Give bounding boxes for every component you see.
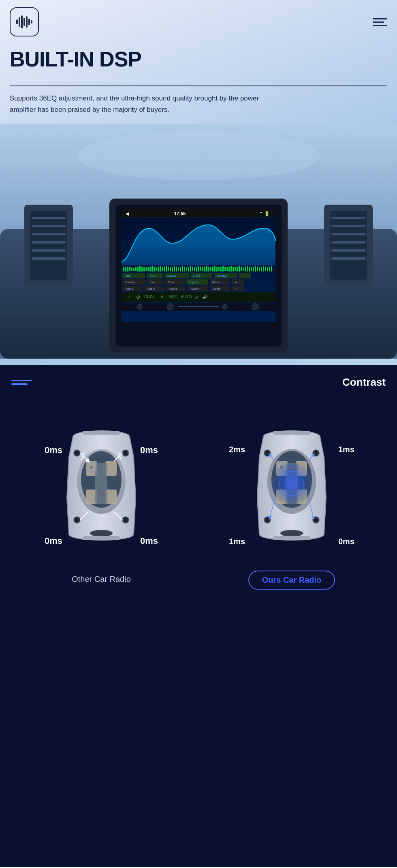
svg-rect-77 — [186, 267, 187, 271]
svg-point-210 — [314, 518, 318, 522]
svg-rect-70 — [172, 267, 173, 272]
svg-text:Reset: Reset — [212, 281, 220, 284]
svg-rect-0 — [16, 19, 18, 24]
svg-rect-111 — [255, 266, 256, 272]
svg-text:🔊: 🔊 — [203, 294, 208, 299]
svg-rect-88 — [208, 267, 209, 272]
svg-point-218 — [280, 530, 303, 537]
svg-rect-52 — [135, 267, 137, 271]
ours-car-wrapper: 2ms 1ms 1ms 0ms — [235, 417, 348, 571]
svg-rect-25 — [331, 257, 365, 260]
svg-point-169 — [222, 304, 227, 309]
svg-text:DOLBY: DOLBY — [167, 274, 177, 277]
svg-rect-91 — [214, 266, 216, 272]
svg-point-167 — [167, 304, 173, 310]
svg-point-182 — [75, 451, 79, 455]
other-car-label: Other Car Radio — [72, 575, 131, 584]
svg-rect-72 — [176, 267, 177, 272]
svg-text:User2: User2 — [147, 287, 155, 290]
title-divider — [10, 86, 387, 86]
logo-icon — [15, 13, 33, 31]
svg-rect-13 — [32, 225, 66, 227]
svg-text:+: + — [235, 287, 237, 290]
svg-rect-1 — [19, 17, 20, 27]
svg-point-8 — [77, 132, 320, 180]
svg-text:User1: User1 — [126, 287, 133, 290]
svg-rect-118 — [269, 267, 270, 272]
svg-rect-6 — [31, 20, 32, 24]
ours-car-side: 2ms 1ms 1ms 0ms — [235, 417, 348, 590]
svg-rect-96 — [224, 267, 226, 271]
contrast-lines-icon — [11, 380, 32, 385]
svg-rect-99 — [231, 266, 232, 272]
ours-car-label[interactable]: Ours Car Radio — [248, 571, 335, 590]
top-section: BUILT-IN DSP Supports 36EQ adjustment, a… — [0, 0, 397, 365]
svg-text:cHs: cHs — [126, 274, 131, 277]
svg-rect-89 — [210, 267, 211, 271]
other-timing-tr: 0ms — [140, 445, 158, 455]
svg-rect-24 — [331, 249, 365, 252]
bottom-section: Contrast 0ms 0ms 0ms 0ms — [0, 365, 397, 867]
svg-rect-50 — [131, 267, 132, 271]
svg-rect-130 — [239, 273, 251, 278]
svg-rect-14 — [32, 233, 66, 235]
svg-point-202 — [269, 461, 314, 506]
svg-rect-76 — [184, 267, 185, 272]
svg-text:User5: User5 — [213, 287, 221, 290]
svg-rect-106 — [245, 267, 246, 272]
svg-rect-81 — [194, 267, 195, 271]
svg-text:SRS®: SRS® — [193, 274, 201, 277]
svg-rect-19 — [330, 211, 367, 280]
svg-point-184 — [124, 451, 127, 455]
svg-rect-87 — [206, 266, 207, 272]
svg-text:⏻: ⏻ — [136, 295, 140, 299]
svg-rect-109 — [251, 267, 252, 271]
svg-rect-107 — [247, 266, 248, 272]
car-interior: ◀ 17:55 ⌃ 🔋 — [0, 124, 397, 359]
svg-rect-92 — [216, 267, 218, 272]
svg-text:DUAL: DUAL — [144, 295, 155, 299]
svg-text:Jazz: Jazz — [150, 281, 156, 284]
svg-rect-23 — [331, 241, 365, 244]
svg-rect-57 — [145, 267, 147, 271]
svg-rect-101 — [235, 267, 236, 271]
svg-point-180 — [90, 466, 93, 469]
ours-timing-bl: 1ms — [229, 537, 245, 546]
svg-text:⌃ 🔋: ⌃ 🔋 — [259, 211, 270, 216]
svg-rect-219 — [273, 536, 310, 540]
contrast-header: Contrast — [0, 365, 397, 396]
svg-text:Through: Through — [216, 274, 227, 278]
contrast-title: Contrast — [342, 376, 386, 389]
svg-rect-116 — [265, 267, 266, 271]
svg-text:◀: ◀ — [126, 211, 129, 216]
svg-rect-190 — [83, 536, 120, 540]
svg-rect-5 — [28, 19, 30, 25]
svg-rect-60 — [152, 266, 153, 272]
svg-rect-11 — [30, 211, 67, 280]
svg-rect-154 — [232, 286, 244, 291]
svg-rect-95 — [222, 266, 224, 272]
svg-rect-21 — [331, 225, 365, 227]
svg-point-170 — [252, 304, 258, 310]
other-timing-tl: 0ms — [45, 445, 62, 455]
svg-rect-104 — [241, 267, 242, 271]
ours-timing-tl: 2ms — [229, 445, 245, 454]
svg-rect-78 — [188, 267, 189, 272]
svg-rect-49 — [129, 267, 130, 271]
svg-rect-54 — [139, 266, 141, 272]
menu-button[interactable] — [373, 18, 387, 26]
svg-rect-59 — [149, 267, 151, 272]
svg-rect-4 — [26, 16, 28, 28]
svg-rect-115 — [263, 266, 264, 272]
svg-rect-103 — [239, 266, 240, 272]
svg-rect-105 — [243, 267, 244, 271]
svg-rect-65 — [162, 267, 163, 271]
svg-rect-61 — [154, 267, 155, 272]
svg-text:Rock: Rock — [168, 281, 174, 284]
svg-rect-51 — [133, 268, 134, 271]
svg-rect-16 — [32, 249, 66, 252]
svg-rect-220 — [273, 431, 310, 435]
car-image-area: ◀ 17:55 ⌃ 🔋 — [0, 124, 397, 359]
ours-car-svg — [251, 417, 332, 554]
svg-rect-178 — [95, 463, 107, 504]
